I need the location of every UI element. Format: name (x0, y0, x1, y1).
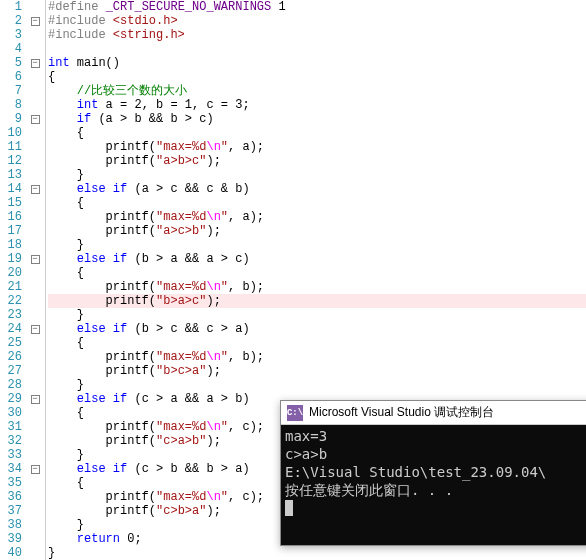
code-line[interactable]: printf("max=%d\n", a); (48, 140, 586, 154)
code-line[interactable]: else if (b > c && c > a) (48, 322, 586, 336)
line-number: 7 (0, 84, 22, 98)
fold-marker (28, 98, 42, 112)
line-number: 40 (0, 546, 22, 560)
line-number: 10 (0, 126, 22, 140)
code-line[interactable]: #define _CRT_SECURE_NO_WARNINGS 1 (48, 0, 586, 14)
fold-marker[interactable]: − (28, 56, 42, 70)
fold-marker (28, 336, 42, 350)
fold-marker (28, 420, 42, 434)
console-line: 按任意键关闭此窗口. . . (285, 481, 586, 499)
code-line[interactable]: int main() (48, 56, 586, 70)
fold-marker (28, 476, 42, 490)
line-number: 9 (0, 112, 22, 126)
code-line[interactable]: } (48, 546, 586, 560)
line-number: 3 (0, 28, 22, 42)
code-line[interactable]: } (48, 308, 586, 322)
line-number: 25 (0, 336, 22, 350)
code-line[interactable]: #include <string.h> (48, 28, 586, 42)
fold-marker[interactable]: − (28, 112, 42, 126)
fold-marker (28, 350, 42, 364)
fold-marker (28, 308, 42, 322)
line-number: 5 (0, 56, 22, 70)
console-cursor-line (285, 499, 586, 517)
fold-marker (28, 532, 42, 546)
line-number: 39 (0, 532, 22, 546)
line-number: 16 (0, 210, 22, 224)
line-number: 14 (0, 182, 22, 196)
code-line[interactable]: if (a > b && b > c) (48, 112, 586, 126)
console-line: E:\Visual Studio\test_23.09.04\ (285, 463, 586, 481)
code-line[interactable]: printf("max=%d\n", a); (48, 210, 586, 224)
code-line[interactable]: { (48, 336, 586, 350)
code-line[interactable]: { (48, 266, 586, 280)
fold-marker[interactable]: − (28, 252, 42, 266)
line-number: 22 (0, 294, 22, 308)
fold-marker (28, 266, 42, 280)
line-number: 21 (0, 280, 22, 294)
line-number: 6 (0, 70, 22, 84)
line-number: 31 (0, 420, 22, 434)
code-line[interactable]: printf("max=%d\n", b); (48, 280, 586, 294)
fold-marker (28, 406, 42, 420)
code-line[interactable]: else if (a > c && c & b) (48, 182, 586, 196)
line-number: 28 (0, 378, 22, 392)
fold-marker (28, 28, 42, 42)
line-number: 26 (0, 350, 22, 364)
code-line[interactable]: else if (b > a && a > c) (48, 252, 586, 266)
line-number: 20 (0, 266, 22, 280)
line-number: 18 (0, 238, 22, 252)
code-line[interactable]: int a = 2, b = 1, c = 3; (48, 98, 586, 112)
fold-marker (28, 364, 42, 378)
line-number: 19 (0, 252, 22, 266)
line-number-gutter: 1234567891011121314151617181920212223242… (0, 0, 28, 560)
fold-marker (28, 238, 42, 252)
fold-marker (28, 378, 42, 392)
code-line[interactable]: //比较三个数的大小 (48, 84, 586, 98)
code-line[interactable]: printf("b>c>a"); (48, 364, 586, 378)
fold-marker[interactable]: − (28, 322, 42, 336)
console-output[interactable]: max=3 c>a>b E:\Visual Studio\test_23.09.… (281, 425, 586, 545)
fold-marker (28, 42, 42, 56)
line-number: 8 (0, 98, 22, 112)
fold-marker (28, 434, 42, 448)
fold-marker (28, 0, 42, 14)
fold-marker (28, 448, 42, 462)
fold-marker[interactable]: − (28, 392, 42, 406)
code-line[interactable]: } (48, 378, 586, 392)
code-line[interactable]: printf("a>c>b"); (48, 224, 586, 238)
fold-marker (28, 154, 42, 168)
line-number: 29 (0, 392, 22, 406)
fold-marker (28, 126, 42, 140)
fold-marker (28, 224, 42, 238)
code-line[interactable] (48, 42, 586, 56)
line-number: 15 (0, 196, 22, 210)
code-line[interactable]: { (48, 126, 586, 140)
code-line[interactable]: } (48, 238, 586, 252)
debug-console-window[interactable]: C:\ Microsoft Visual Studio 调试控制台 max=3 … (280, 400, 586, 546)
fold-marker (28, 546, 42, 560)
code-line[interactable]: { (48, 70, 586, 84)
console-title: Microsoft Visual Studio 调试控制台 (309, 404, 494, 421)
line-number: 32 (0, 434, 22, 448)
console-titlebar[interactable]: C:\ Microsoft Visual Studio 调试控制台 (281, 401, 586, 425)
line-number: 23 (0, 308, 22, 322)
line-number: 37 (0, 504, 22, 518)
line-number: 38 (0, 518, 22, 532)
fold-marker (28, 294, 42, 308)
code-line[interactable]: printf("max=%d\n", b); (48, 350, 586, 364)
code-line[interactable]: } (48, 168, 586, 182)
code-line[interactable]: { (48, 196, 586, 210)
line-number: 30 (0, 406, 22, 420)
fold-gutter[interactable]: −−−−−−−− (28, 0, 42, 560)
code-line[interactable]: printf("a>b>c"); (48, 154, 586, 168)
cursor-icon (285, 500, 293, 516)
fold-marker[interactable]: − (28, 182, 42, 196)
code-line[interactable]: printf("b>a>c"); (48, 294, 586, 308)
fold-marker (28, 280, 42, 294)
fold-marker (28, 504, 42, 518)
code-line[interactable]: #include <stdio.h> (48, 14, 586, 28)
fold-marker[interactable]: − (28, 14, 42, 28)
fold-marker[interactable]: − (28, 462, 42, 476)
line-number: 33 (0, 448, 22, 462)
fold-marker (28, 196, 42, 210)
